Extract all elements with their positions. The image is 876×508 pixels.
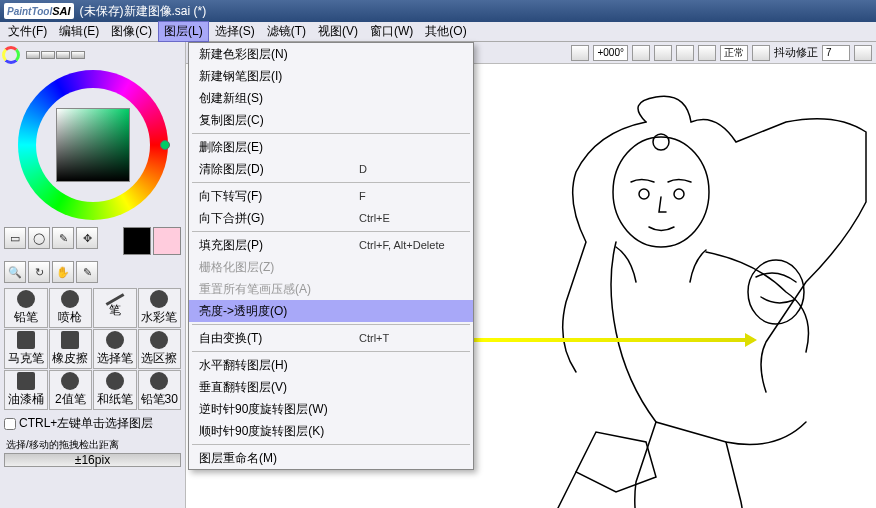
blend-mode-field[interactable]: 正常 [720, 45, 748, 61]
menu-other[interactable]: 其他(O) [419, 21, 472, 42]
brush-11[interactable]: 铅笔30 [138, 370, 182, 410]
drag-detect-label: 选择/移动的拖拽检出距离 [4, 437, 181, 453]
drag-detect-slider[interactable]: ±16pix [4, 453, 181, 467]
brush-7[interactable]: 选区擦 [138, 329, 182, 369]
menu-item[interactable]: 图层重命名(M) [189, 447, 473, 469]
palette-toggles[interactable] [26, 51, 85, 59]
menu-filter[interactable]: 滤镜(T) [261, 21, 312, 42]
tool-marquee[interactable]: ▭ [4, 227, 26, 249]
brush-3[interactable]: 水彩笔 [138, 288, 182, 328]
layer-dropdown: 新建色彩图层(N)新建钢笔图层(I)创建新组(S)复制图层(C)删除图层(E)清… [188, 42, 474, 470]
menu-layer[interactable]: 图层(L) [158, 21, 209, 42]
brush-9[interactable]: 2值笔 [49, 370, 93, 410]
color-wheel[interactable] [18, 70, 168, 220]
menu-item: 栅格化图层(Z) [189, 256, 473, 278]
canvas-lineart [456, 82, 876, 508]
zoom-fit-button[interactable] [571, 45, 589, 61]
sv-picker[interactable] [56, 108, 130, 182]
menu-item[interactable]: 新建钢笔图层(I) [189, 65, 473, 87]
left-panel: ▭ ◯ ✎ ✥ 🔍 ↻ ✋ ✎ 铅笔喷枪笔水彩笔马克笔橡皮擦选择笔选区擦油漆桶2… [0, 42, 186, 508]
swatch-bg[interactable] [153, 227, 181, 255]
tool-eyedrop[interactable]: ✎ [76, 261, 98, 283]
ctrl-click-select-checkbox[interactable] [4, 418, 16, 430]
brush-2[interactable]: 笔 [93, 288, 137, 328]
menu-window[interactable]: 窗口(W) [364, 21, 419, 42]
tool-wand[interactable]: ✎ [52, 227, 74, 249]
menu-item[interactable]: 垂直翻转图层(V) [189, 376, 473, 398]
brush-6[interactable]: 选择笔 [93, 329, 137, 369]
menu-image[interactable]: 图像(C) [105, 21, 158, 42]
tool-hand[interactable]: ✋ [52, 261, 74, 283]
stabilizer-label: 抖动修正 [774, 45, 818, 60]
menu-edit[interactable]: 编辑(E) [53, 21, 105, 42]
brush-8[interactable]: 油漆桶 [4, 370, 48, 410]
menu-item[interactable]: 填充图层(P)Ctrl+F, Alt+Delete [189, 234, 473, 256]
menu-item[interactable]: 水平翻转图层(H) [189, 354, 473, 376]
stabilizer-dropdown-icon[interactable] [854, 45, 872, 61]
brush-4[interactable]: 马克笔 [4, 329, 48, 369]
flip-h-button[interactable] [676, 45, 694, 61]
app-logo: PaintToolSAI [4, 3, 74, 19]
blend-dropdown-icon[interactable] [752, 45, 770, 61]
hue-handle[interactable] [160, 140, 170, 150]
document-title: (未保存)新建图像.sai (*) [80, 3, 207, 20]
menu-item[interactable]: 向下合拼(G)Ctrl+E [189, 207, 473, 229]
menu-item[interactable]: 删除图层(E) [189, 136, 473, 158]
menu-item[interactable]: 向下转写(F)F [189, 185, 473, 207]
stabilizer-field[interactable]: 7 [822, 45, 850, 61]
tool-rotate[interactable]: ↻ [28, 261, 50, 283]
rot-inc-button[interactable] [654, 45, 672, 61]
brush-0[interactable]: 铅笔 [4, 288, 48, 328]
titlebar: PaintToolSAI (未保存)新建图像.sai (*) [0, 0, 876, 22]
menu-item[interactable]: 逆时针90度旋转图层(W) [189, 398, 473, 420]
brush-10[interactable]: 和纸笔 [93, 370, 137, 410]
menu-item[interactable]: 新建色彩图层(N) [189, 43, 473, 65]
svg-point-4 [748, 260, 804, 324]
menu-select[interactable]: 选择(S) [209, 21, 261, 42]
brush-grid: 铅笔喷枪笔水彩笔马克笔橡皮擦选择笔选区擦油漆桶2值笔和纸笔铅笔30 [2, 286, 183, 412]
ctrl-click-label: CTRL+左键单击选择图层 [19, 415, 153, 432]
tool-move[interactable]: ✥ [76, 227, 98, 249]
menu-item[interactable]: 亮度->透明度(O) [189, 300, 473, 322]
menu-item[interactable]: 自由变换(T)Ctrl+T [189, 327, 473, 349]
svg-point-2 [674, 189, 684, 199]
tool-lasso[interactable]: ◯ [28, 227, 50, 249]
brush-1[interactable]: 喷枪 [49, 288, 93, 328]
svg-point-1 [639, 189, 649, 199]
rotation-field[interactable]: +000° [593, 45, 628, 61]
brush-5[interactable]: 橡皮擦 [49, 329, 93, 369]
menu-item: 重置所有笔画压感(A) [189, 278, 473, 300]
color-mode-icon[interactable] [2, 46, 20, 64]
menu-item[interactable]: 创建新组(S) [189, 87, 473, 109]
menu-file[interactable]: 文件(F) [2, 21, 53, 42]
rot-dec-button[interactable] [632, 45, 650, 61]
menu-item[interactable]: 复制图层(C) [189, 109, 473, 131]
menu-view[interactable]: 视图(V) [312, 21, 364, 42]
menubar: 文件(F) 编辑(E) 图像(C) 图层(L) 选择(S) 滤镜(T) 视图(V… [0, 22, 876, 42]
menu-item[interactable]: 顺时针90度旋转图层(K) [189, 420, 473, 442]
flip-v-button[interactable] [698, 45, 716, 61]
swatch-fg[interactable] [123, 227, 151, 255]
tool-zoom[interactable]: 🔍 [4, 261, 26, 283]
menu-item[interactable]: 清除图层(D)D [189, 158, 473, 180]
annotation-arrow [474, 338, 754, 342]
